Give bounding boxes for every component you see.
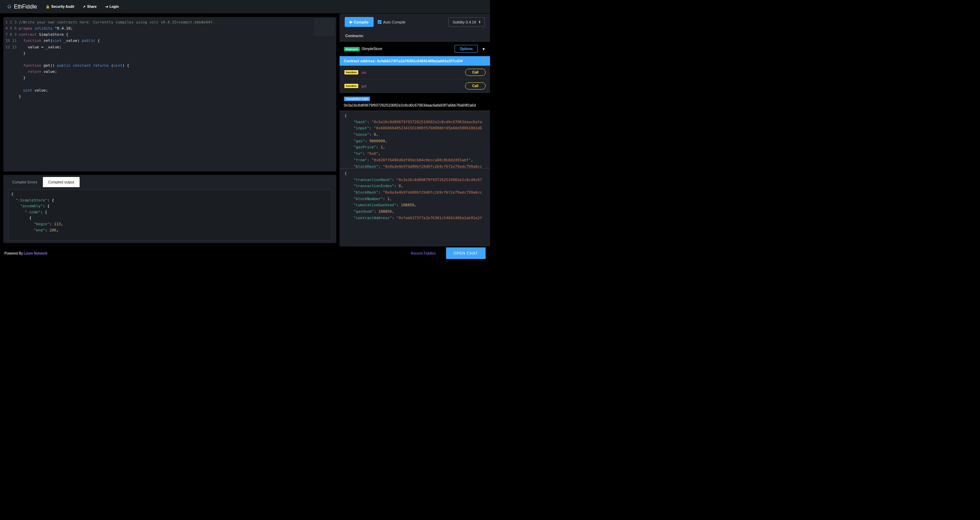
- function-name-set: set: [361, 70, 366, 75]
- sort-icon: ▲▼: [479, 21, 481, 24]
- function-row-get: function get Call: [340, 79, 490, 93]
- compiled-output-body[interactable]: { ":SimpleStore": { "assembly": { ".code…: [8, 189, 331, 241]
- powered-by-pre: Powered By: [5, 251, 24, 255]
- logo-text: EthFiddle: [14, 4, 37, 10]
- sidebar: ▶ Compile Auto Compile Solidity 0.4.18 ▲…: [340, 14, 490, 246]
- output-panel: Compiler Errors Compiled output { ":Simp…: [3, 175, 336, 243]
- solidity-version-label: Solidity 0.4.18: [453, 20, 476, 24]
- tab-compiler-errors[interactable]: Compiler Errors: [7, 177, 43, 187]
- code-area[interactable]: //Write your own contracts here. Current…: [19, 17, 336, 172]
- function-badge: function: [344, 70, 359, 75]
- footer: Powered By Loom Network Recent Fiddles O…: [0, 246, 490, 260]
- contract-address-bar: Contract address: 0xfab6173f7a1b76381c54…: [340, 56, 490, 66]
- auto-compile-label: Auto Compile: [383, 20, 406, 24]
- contracts-heading: Contracts:: [340, 30, 490, 41]
- tx-hash-badge: :transaction hash: [344, 97, 370, 101]
- function-row-set: function set Call: [340, 66, 490, 79]
- login-icon: ⇥: [105, 5, 108, 8]
- open-chat-button[interactable]: OPEN CHAT: [446, 247, 485, 259]
- tx-json-view-1[interactable]: { "hash": "0x3a16c8d89879f937262510082e2…: [340, 111, 490, 169]
- logo[interactable]: EthFiddle: [7, 4, 37, 10]
- nav-login-label: Login: [110, 5, 119, 8]
- nav-share-label: Share: [87, 5, 97, 8]
- lock-icon: 🔒: [46, 5, 50, 8]
- tx-json-view-2[interactable]: { "transactionHash": "0x3a16c8d89879f937…: [340, 169, 490, 221]
- powered-by: Powered By Loom Network: [5, 251, 47, 255]
- solidity-version-select[interactable]: Solidity 0.4.18 ▲▼: [449, 17, 485, 27]
- nav-login[interactable]: ⇥ Login: [105, 5, 119, 8]
- compile-label: Compile: [354, 20, 369, 24]
- logo-icon: [7, 4, 12, 9]
- chevron-down-icon[interactable]: ▼: [482, 47, 485, 51]
- function-badge: function: [344, 83, 359, 89]
- nav-share[interactable]: ↗ Share: [83, 5, 97, 8]
- call-set-button[interactable]: Call: [465, 69, 485, 76]
- compile-button[interactable]: ▶ Compile: [345, 17, 374, 27]
- tab-compiled-output[interactable]: Compiled output: [43, 177, 80, 187]
- loom-link[interactable]: Loom Network: [24, 251, 47, 255]
- contract-name: :SimpleStore: [361, 47, 382, 51]
- nav-security-label: Security Audit: [51, 5, 74, 8]
- play-icon: ▶: [350, 20, 353, 24]
- deployed-badge: Deployed: [344, 47, 360, 51]
- contract-row: Deployed :SimpleStore Options ▼: [340, 41, 490, 56]
- share-icon: ↗: [83, 5, 86, 8]
- options-button[interactable]: Options: [455, 45, 478, 53]
- tx-hash-value: 0x3a16c8d89879f937262510082e2c8cd0c67063…: [344, 103, 476, 107]
- recent-fiddles-link[interactable]: Recent Fiddles: [411, 251, 436, 255]
- code-editor[interactable]: 1 2 3 4 5 6 7 8 9 10 11 12 13 //Write yo…: [3, 17, 336, 172]
- auto-compile-toggle[interactable]: Auto Compile: [378, 20, 406, 24]
- line-gutter: 1 2 3 4 5 6 7 8 9 10 11 12 13: [3, 17, 19, 172]
- transaction-hash-box: :transaction hash 0x3a16c8d89879f9372625…: [340, 93, 490, 111]
- call-get-button[interactable]: Call: [465, 83, 485, 89]
- function-name-get: get: [361, 84, 366, 88]
- nav-security-audit[interactable]: 🔒 Security Audit: [46, 5, 74, 8]
- auto-compile-checkbox[interactable]: [378, 20, 382, 24]
- topbar: EthFiddle 🔒 Security Audit ↗ Share ⇥ Log…: [0, 0, 490, 14]
